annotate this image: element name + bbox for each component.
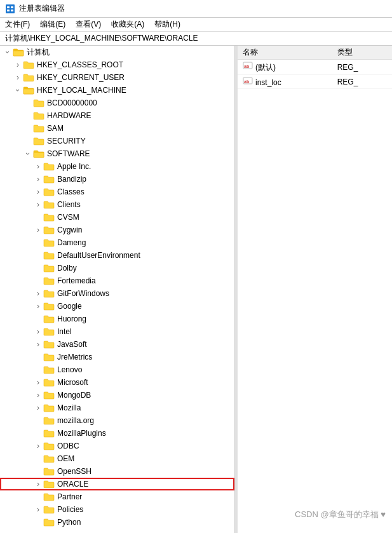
expand-btn-computer[interactable]: [3, 47, 13, 57]
expand-btn-microsoft[interactable]: [33, 377, 43, 388]
tree-node-hklm[interactable]: HKEY_LOCAL_MACHINE: [0, 84, 234, 97]
tree-node-software[interactable]: SOFTWARE: [0, 147, 234, 160]
tree-node-oem[interactable]: OEM: [0, 452, 234, 465]
tree-node-huorong[interactable]: Huorong: [0, 313, 234, 325]
folder-icon-hkcr: [23, 60, 34, 69]
tree-node-policies[interactable]: Policies: [0, 503, 234, 516]
tree-node-dolby[interactable]: Dolby: [0, 262, 234, 274]
node-label-hklm: HKEY_LOCAL_MACHINE: [36, 86, 126, 95]
expand-btn-google[interactable]: [33, 301, 43, 311]
node-label-lenovo: Lenovo: [56, 365, 82, 374]
menu-item-0[interactable]: 文件(F): [0, 19, 35, 30]
tree-node-intel[interactable]: Intel: [0, 325, 234, 338]
tree-node-bcd[interactable]: BCD00000000: [0, 97, 234, 109]
tree-node-sam[interactable]: SAM: [0, 122, 234, 135]
tree-node-hardware[interactable]: HARDWARE: [0, 109, 234, 122]
folder-icon-hkcu: [23, 73, 34, 82]
menu-item-1[interactable]: 编辑(E): [35, 19, 71, 30]
folder-icon-hklm: [23, 86, 34, 95]
expand-btn-gitforwindows[interactable]: [33, 288, 43, 299]
tree-node-python[interactable]: Python: [0, 516, 234, 529]
tree-node-microsoft[interactable]: Microsoft: [0, 376, 234, 389]
menu-item-3[interactable]: 收藏夹(A): [106, 19, 149, 30]
tree-node-jremetrics[interactable]: JreMetrics: [0, 351, 234, 363]
tree-pane[interactable]: 计算机 HKEY_CLASSES_ROOT HKEY_CURRENT_USER …: [0, 46, 235, 533]
expand-btn-classes[interactable]: [33, 187, 43, 197]
node-label-gitforwindows: GitForWindows: [56, 289, 109, 298]
tree-node-defaultuserenv[interactable]: DefaultUserEnvironment: [0, 249, 234, 262]
node-label-javasoft: JavaSoft: [56, 340, 87, 349]
tree-node-classes[interactable]: Classes: [0, 186, 234, 198]
folder-icon-python: [43, 518, 55, 527]
node-label-dolby: Dolby: [56, 264, 77, 273]
expand-btn-javasoft[interactable]: [33, 339, 43, 349]
node-label-defaultuserenv: DefaultUserEnvironment: [56, 251, 140, 260]
folder-icon-cvsm: [43, 213, 55, 222]
folder-icon-policies: [43, 505, 55, 514]
registry-table: 名称 类型 ab (默认)REG_ ab inst_locREG_: [238, 46, 392, 89]
tree-node-fortemedia[interactable]: Fortemedia: [0, 274, 234, 287]
tree-node-mongodb[interactable]: MongoDB: [0, 389, 234, 401]
folder-icon-intel: [43, 327, 55, 336]
registry-name-0: ab (默认): [238, 60, 332, 75]
tree-node-gitforwindows[interactable]: GitForWindows: [0, 287, 234, 300]
tree-node-mozilla[interactable]: Mozilla: [0, 401, 234, 414]
node-label-google: Google: [56, 302, 82, 311]
tree-node-clients[interactable]: Clients: [0, 198, 234, 211]
node-label-cvsm: CVSM: [56, 213, 79, 222]
menu-item-4[interactable]: 帮助(H): [149, 19, 186, 30]
folder-icon-lenovo: [43, 365, 55, 374]
node-label-oracle: ORACLE: [56, 480, 88, 489]
svg-rect-3: [7, 10, 10, 11]
tree-node-hkcu[interactable]: HKEY_CURRENT_USER: [0, 71, 234, 84]
tree-node-javasoft[interactable]: JavaSoft: [0, 338, 234, 351]
tree-node-security[interactable]: SECURITY: [0, 135, 234, 147]
expand-btn-policies[interactable]: [33, 504, 43, 515]
tree-node-mozillaorg[interactable]: mozilla.org: [0, 414, 234, 427]
tree-node-bandizip[interactable]: Bandizip: [0, 173, 234, 186]
tree-node-google[interactable]: Google: [0, 300, 234, 313]
expand-btn-hkcr[interactable]: [13, 60, 23, 70]
menu-item-2[interactable]: 查看(V): [71, 19, 106, 30]
expand-btn-hkcu[interactable]: [13, 72, 23, 83]
tree-node-cvsm[interactable]: CVSM: [0, 211, 234, 224]
reg-icon-1: ab: [243, 78, 253, 87]
tree-node-apple[interactable]: Apple Inc.: [0, 160, 234, 173]
expand-btn-intel[interactable]: [33, 327, 43, 337]
tree-node-mozillaplugins[interactable]: MozillaPlugins: [0, 427, 234, 440]
expand-btn-software[interactable]: [23, 149, 33, 159]
folder-icon-mozillaorg: [43, 416, 55, 425]
address-bar: 计算机\HKEY_LOCAL_MACHINE\SOFTWARE\ORACLE: [0, 32, 392, 46]
expand-btn-hklm[interactable]: [13, 85, 23, 95]
expand-btn-odbc[interactable]: [33, 441, 43, 451]
tree-node-computer[interactable]: 计算机: [0, 46, 234, 58]
tree-node-dameng[interactable]: Dameng: [0, 236, 234, 249]
expand-btn-mongodb[interactable]: [33, 390, 43, 400]
tree-node-oracle[interactable]: ORACLE: [0, 478, 234, 490]
tree-node-partner[interactable]: Partner: [0, 490, 234, 503]
registry-row-0[interactable]: ab (默认)REG_: [238, 60, 392, 75]
svg-rect-2: [11, 6, 13, 8]
tree-node-odbc[interactable]: ODBC: [0, 440, 234, 452]
svg-rect-0: [6, 4, 15, 13]
node-label-security: SECURITY: [46, 137, 86, 145]
node-label-cygwin: Cygwin: [56, 226, 82, 234]
expand-btn-apple[interactable]: [33, 161, 43, 172]
tree-node-lenovo[interactable]: Lenovo: [0, 363, 234, 376]
registry-row-1[interactable]: ab inst_locREG_: [238, 75, 392, 89]
tree-node-hkcr[interactable]: HKEY_CLASSES_ROOT: [0, 58, 234, 71]
node-label-partner: Partner: [56, 492, 82, 501]
folder-icon-mongodb: [43, 391, 55, 400]
tree-node-openssh[interactable]: OpenSSH: [0, 465, 234, 478]
expand-btn-mozilla[interactable]: [33, 403, 43, 413]
expand-btn-oracle[interactable]: [33, 479, 43, 489]
node-label-software: SOFTWARE: [46, 149, 90, 158]
node-label-hkcr: HKEY_CLASSES_ROOT: [36, 60, 123, 69]
expand-btn-cygwin[interactable]: [33, 225, 43, 235]
expand-btn-bandizip[interactable]: [33, 174, 43, 184]
node-label-openssh: OpenSSH: [56, 467, 91, 476]
tree-node-cygwin[interactable]: Cygwin: [0, 224, 234, 236]
right-pane[interactable]: 名称 类型 ab (默认)REG_ ab inst_locREG_: [238, 46, 392, 533]
folder-icon-microsoft: [43, 378, 55, 387]
expand-btn-clients[interactable]: [33, 199, 43, 210]
